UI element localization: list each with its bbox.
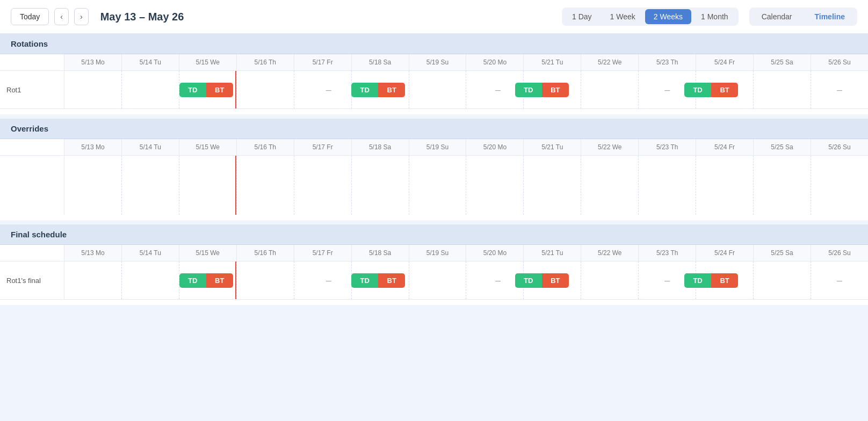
rot1-final-label: Rot1's final (0, 262, 64, 299)
rotations-label-empty (0, 54, 64, 70)
view-1month[interactable]: 1 Month (692, 9, 737, 24)
date-range: May 13 – May 26 (100, 11, 184, 23)
ov-col-7: 5/20 Mo (466, 139, 524, 155)
view-2weeks[interactable]: 2 Weeks (645, 9, 691, 24)
overrides-label-empty (0, 139, 64, 155)
fs-col-9: 5/22 We (581, 245, 639, 261)
view-calendar[interactable]: Calendar (751, 9, 803, 24)
final-col-header-group: 5/13 Mo 5/14 Tu 5/15 We 5/16 Th 5/17 Fr … (64, 245, 868, 261)
overrides-padding (0, 215, 868, 220)
col-10: 5/23 Th (639, 54, 696, 70)
fs-col-11: 5/24 Fr (696, 245, 754, 261)
main-content: Rotations 5/13 Mo 5/14 Tu 5/15 We 5/16 T… (0, 34, 868, 421)
rot1-row: Rot1 (0, 71, 868, 109)
col-6: 5/19 Su (409, 54, 467, 70)
col-0: 5/13 Mo (64, 54, 122, 70)
section-div-1 (0, 114, 868, 119)
rotations-header: Rotations (0, 34, 868, 54)
rot1-final-content: TD BT – TD BT (64, 262, 868, 299)
col-9: 5/22 We (581, 54, 639, 70)
ov-col-8: 5/21 Tu (524, 139, 581, 155)
ov-col-0: 5/13 Mo (64, 139, 122, 155)
col-8: 5/21 Tu (524, 54, 581, 70)
ov-col-6: 5/19 Su (409, 139, 467, 155)
fs-col-13: 5/26 Su (811, 245, 868, 261)
fs-col-7: 5/20 Mo (466, 245, 524, 261)
overrides-col-headers: 5/13 Mo 5/14 Tu 5/15 We 5/16 Th 5/17 Fr … (0, 139, 868, 156)
ov-col-3: 5/16 Th (237, 139, 294, 155)
view-period-group: 1 Day 1 Week 2 Weeks 1 Month (562, 8, 739, 26)
overrides-grid: 5/13 Mo 5/14 Tu 5/15 We 5/16 Th 5/17 Fr … (0, 139, 868, 220)
final-label-empty (0, 245, 64, 261)
final-padding (0, 300, 868, 305)
view-timeline[interactable]: Timeline (804, 9, 856, 24)
rotations-section: Rotations 5/13 Mo 5/14 Tu 5/15 We 5/16 T… (0, 34, 868, 114)
section-div-2 (0, 220, 868, 224)
fs-col-3: 5/16 Th (237, 245, 294, 261)
fs-col-2: 5/15 We (179, 245, 237, 261)
ov-col-12: 5/25 Sa (754, 139, 811, 155)
rot1-content: TD BT – TD BT (64, 71, 868, 108)
view-1day[interactable]: 1 Day (563, 9, 601, 24)
view-1week[interactable]: 1 Week (602, 9, 644, 24)
ov-col-13: 5/26 Su (811, 139, 868, 155)
fs-col-1: 5/14 Tu (122, 245, 179, 261)
rotations-padding (0, 109, 868, 114)
ov-col-10: 5/23 Th (639, 139, 696, 155)
fs-col-6: 5/19 Su (409, 245, 467, 261)
toolbar: Today ‹ › May 13 – May 26 1 Day 1 Week 2… (0, 0, 868, 34)
rotations-grid: 5/13 Mo 5/14 Tu 5/15 We 5/16 Th 5/17 Fr … (0, 54, 868, 114)
overrides-body-label (0, 156, 64, 215)
col-2: 5/15 We (179, 54, 237, 70)
col-5: 5/18 Sa (352, 54, 409, 70)
overrides-section: Overrides 5/13 Mo 5/14 Tu 5/15 We 5/16 T… (0, 119, 868, 220)
overrides-body (0, 156, 868, 215)
rotations-col-header-group: 5/13 Mo 5/14 Tu 5/15 We 5/16 Th 5/17 Fr … (64, 54, 868, 70)
ov-col-5: 5/18 Sa (352, 139, 409, 155)
col-3: 5/16 Th (237, 54, 294, 70)
overrides-col-header-group: 5/13 Mo 5/14 Tu 5/15 We 5/16 Th 5/17 Fr … (64, 139, 868, 155)
col-4: 5/17 Fr (294, 54, 352, 70)
app-container: Today ‹ › May 13 – May 26 1 Day 1 Week 2… (0, 0, 868, 421)
view-mode-group: Calendar Timeline (749, 8, 857, 26)
rotations-col-headers: 5/13 Mo 5/14 Tu 5/15 We 5/16 Th 5/17 Fr … (0, 54, 868, 71)
final-schedule-header: Final schedule (0, 224, 868, 245)
ov-col-9: 5/22 We (581, 139, 639, 155)
ov-col-1: 5/14 Tu (122, 139, 179, 155)
col-1: 5/14 Tu (122, 54, 179, 70)
fs-col-12: 5/25 Sa (754, 245, 811, 261)
ov-col-11: 5/24 Fr (696, 139, 754, 155)
fs-col-4: 5/17 Fr (294, 245, 352, 261)
fs-col-8: 5/21 Tu (524, 245, 581, 261)
prev-button[interactable]: ‹ (54, 8, 69, 25)
final-schedule-grid: 5/13 Mo 5/14 Tu 5/15 We 5/16 Th 5/17 Fr … (0, 245, 868, 305)
final-col-headers: 5/13 Mo 5/14 Tu 5/15 We 5/16 Th 5/17 Fr … (0, 245, 868, 262)
fs-col-5: 5/18 Sa (352, 245, 409, 261)
ov-col-4: 5/17 Fr (294, 139, 352, 155)
col-12: 5/25 Sa (754, 54, 811, 70)
col-11: 5/24 Fr (696, 54, 754, 70)
overrides-header: Overrides (0, 119, 868, 139)
next-button[interactable]: › (74, 8, 89, 25)
rot1-label: Rot1 (0, 71, 64, 108)
rot1-final-row: Rot1's final (0, 262, 868, 300)
fs-col-10: 5/23 Th (639, 245, 696, 261)
today-button[interactable]: Today (11, 8, 49, 25)
col-13: 5/26 Su (811, 54, 868, 70)
fs-col-0: 5/13 Mo (64, 245, 122, 261)
final-schedule-section: Final schedule 5/13 Mo 5/14 Tu 5/15 We 5… (0, 224, 868, 305)
col-7: 5/20 Mo (466, 54, 524, 70)
ov-col-2: 5/15 We (179, 139, 237, 155)
